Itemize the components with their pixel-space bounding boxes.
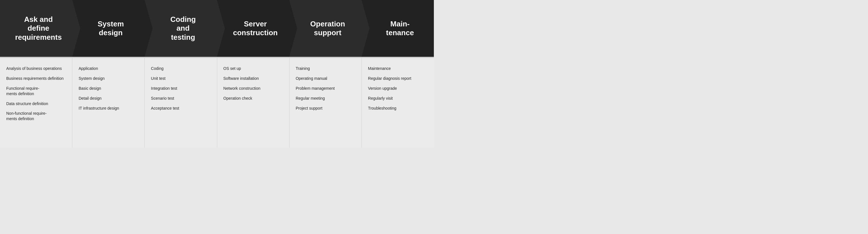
chevron-title-operation: Operation support — [310, 20, 345, 37]
content-item-ask-0: Analysis of business operations — [6, 66, 66, 71]
content-item-server-2: Network construction — [223, 86, 283, 91]
content-item-coding-1: Unit test — [151, 76, 210, 81]
chevron-system-design: System design — [72, 0, 145, 57]
chevron-title-server: Server construction — [233, 20, 278, 37]
content-item-maintenance-0: Maintenance — [368, 66, 428, 71]
content-item-maintenance-2: Version upgrade — [368, 86, 428, 91]
chevron-ask: Ask and define requirements — [0, 0, 72, 57]
content-item-system-design-0: Application — [79, 66, 138, 71]
content-item-operation-0: Training — [296, 66, 355, 71]
content-item-coding-3: Scenario test — [151, 96, 210, 101]
content-col-system-design: ApplicationSystem designBasic designDeta… — [72, 58, 145, 148]
chevron-server: Server construction — [217, 0, 289, 57]
content-item-server-1: Software installation — [223, 76, 283, 81]
content-item-maintenance-3: Regularly visit — [368, 96, 428, 101]
chevron-title-ask: Ask and define requirements — [15, 15, 62, 42]
content-item-ask-2: Functional require- ments definition — [6, 86, 66, 97]
chevron-operation: Operation support — [289, 0, 362, 57]
content-col-ask: Analysis of business operationsBusiness … — [0, 58, 72, 148]
chevron-maintenance: Main- tenance — [362, 0, 434, 57]
content-item-system-design-2: Basic design — [79, 86, 138, 91]
chevron-title-maintenance: Main- tenance — [386, 20, 414, 37]
content-item-operation-3: Regular meeting — [296, 96, 355, 101]
content-item-ask-4: Non-functional require- ments definition — [6, 111, 66, 122]
content-item-system-design-1: System design — [79, 76, 138, 81]
chevron-coding: Coding and testing — [145, 0, 217, 57]
content-item-coding-0: Coding — [151, 66, 210, 71]
chevron-title-coding: Coding and testing — [170, 15, 196, 42]
content-col-server: OS set upSoftware installationNetwork co… — [217, 58, 289, 148]
content-item-operation-1: Operating manual — [296, 76, 355, 81]
content-item-server-3: Operation check — [223, 96, 283, 101]
content-item-operation-4: Project support — [296, 106, 355, 111]
content-col-coding: CodingUnit testIntegration testScenario … — [145, 58, 217, 148]
content-item-operation-2: Problem management — [296, 86, 355, 91]
content-item-ask-1: Business requirements definition — [6, 76, 66, 81]
content-item-server-0: OS set up — [223, 66, 283, 71]
content-item-coding-2: Integration test — [151, 86, 210, 91]
content-item-maintenance-4: Troubleshooting — [368, 106, 428, 111]
content-col-maintenance: MaintenanceRegular diagnosis reportVersi… — [362, 58, 434, 148]
chevron-title-system-design: System design — [97, 20, 124, 37]
content-bar: Analysis of business operationsBusiness … — [0, 57, 434, 148]
content-item-coding-4: Acceptance test — [151, 106, 210, 111]
content-item-system-design-3: Detail design — [79, 96, 138, 101]
content-col-operation: TrainingOperating manualProblem manageme… — [289, 58, 362, 148]
content-item-maintenance-1: Regular diagnosis report — [368, 76, 428, 81]
content-item-system-design-4: IT infrastructure design — [79, 106, 138, 111]
header-bar: Ask and define requirementsSystem design… — [0, 0, 434, 57]
content-item-ask-3: Data structure definition — [6, 101, 66, 106]
